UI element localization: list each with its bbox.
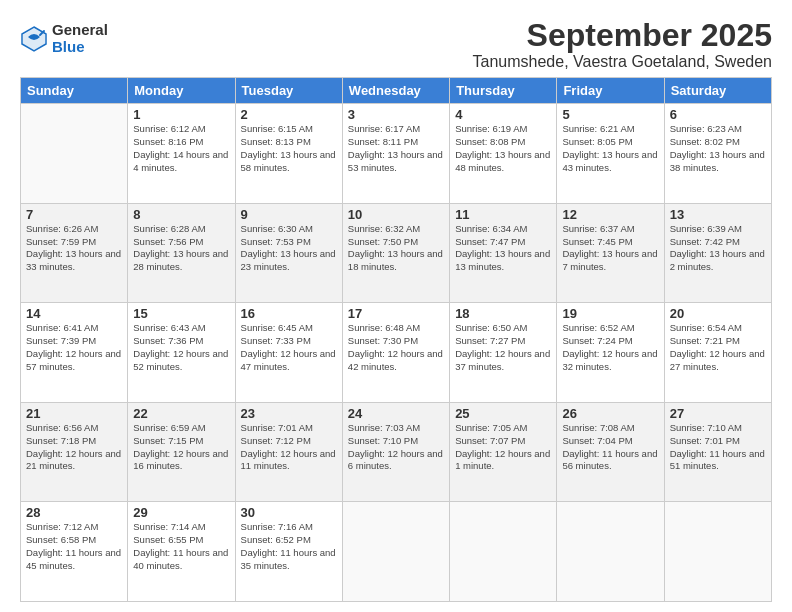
day-number: 30 — [241, 505, 337, 520]
day-number: 13 — [670, 207, 766, 222]
day-number: 2 — [241, 107, 337, 122]
header-tuesday: Tuesday — [235, 78, 342, 104]
table-row: 10Sunrise: 6:32 AM Sunset: 7:50 PM Dayli… — [342, 203, 449, 303]
day-number: 29 — [133, 505, 229, 520]
day-number: 12 — [562, 207, 658, 222]
day-number: 24 — [348, 406, 444, 421]
table-row: 6Sunrise: 6:23 AM Sunset: 8:02 PM Daylig… — [664, 104, 771, 204]
table-row: 12Sunrise: 6:37 AM Sunset: 7:45 PM Dayli… — [557, 203, 664, 303]
day-number: 15 — [133, 306, 229, 321]
logo-icon — [20, 25, 48, 53]
header-wednesday: Wednesday — [342, 78, 449, 104]
day-number: 9 — [241, 207, 337, 222]
table-row: 22Sunrise: 6:59 AM Sunset: 7:15 PM Dayli… — [128, 402, 235, 502]
table-row: 13Sunrise: 6:39 AM Sunset: 7:42 PM Dayli… — [664, 203, 771, 303]
logo-blue: Blue — [52, 39, 108, 56]
table-row: 9Sunrise: 6:30 AM Sunset: 7:53 PM Daylig… — [235, 203, 342, 303]
table-row: 16Sunrise: 6:45 AM Sunset: 7:33 PM Dayli… — [235, 303, 342, 403]
day-number: 17 — [348, 306, 444, 321]
table-row: 11Sunrise: 6:34 AM Sunset: 7:47 PM Dayli… — [450, 203, 557, 303]
day-info: Sunrise: 7:03 AM Sunset: 7:10 PM Dayligh… — [348, 422, 444, 473]
day-info: Sunrise: 6:30 AM Sunset: 7:53 PM Dayligh… — [241, 223, 337, 274]
calendar-week-row: 28Sunrise: 7:12 AM Sunset: 6:58 PM Dayli… — [21, 502, 772, 602]
month-title: September 2025 — [473, 18, 772, 53]
table-row — [342, 502, 449, 602]
page: General Blue September 2025 Tanumshede, … — [0, 0, 792, 612]
header-monday: Monday — [128, 78, 235, 104]
day-info: Sunrise: 6:54 AM Sunset: 7:21 PM Dayligh… — [670, 322, 766, 373]
day-info: Sunrise: 7:01 AM Sunset: 7:12 PM Dayligh… — [241, 422, 337, 473]
day-info: Sunrise: 7:05 AM Sunset: 7:07 PM Dayligh… — [455, 422, 551, 473]
day-number: 4 — [455, 107, 551, 122]
day-info: Sunrise: 6:23 AM Sunset: 8:02 PM Dayligh… — [670, 123, 766, 174]
table-row: 14Sunrise: 6:41 AM Sunset: 7:39 PM Dayli… — [21, 303, 128, 403]
day-info: Sunrise: 6:32 AM Sunset: 7:50 PM Dayligh… — [348, 223, 444, 274]
table-row: 5Sunrise: 6:21 AM Sunset: 8:05 PM Daylig… — [557, 104, 664, 204]
table-row: 26Sunrise: 7:08 AM Sunset: 7:04 PM Dayli… — [557, 402, 664, 502]
table-row: 3Sunrise: 6:17 AM Sunset: 8:11 PM Daylig… — [342, 104, 449, 204]
logo: General Blue — [20, 22, 108, 55]
day-number: 18 — [455, 306, 551, 321]
day-info: Sunrise: 6:21 AM Sunset: 8:05 PM Dayligh… — [562, 123, 658, 174]
table-row: 18Sunrise: 6:50 AM Sunset: 7:27 PM Dayli… — [450, 303, 557, 403]
day-number: 8 — [133, 207, 229, 222]
table-row: 30Sunrise: 7:16 AM Sunset: 6:52 PM Dayli… — [235, 502, 342, 602]
day-number: 14 — [26, 306, 122, 321]
day-info: Sunrise: 7:08 AM Sunset: 7:04 PM Dayligh… — [562, 422, 658, 473]
day-info: Sunrise: 6:28 AM Sunset: 7:56 PM Dayligh… — [133, 223, 229, 274]
header-sunday: Sunday — [21, 78, 128, 104]
day-info: Sunrise: 6:37 AM Sunset: 7:45 PM Dayligh… — [562, 223, 658, 274]
table-row: 1Sunrise: 6:12 AM Sunset: 8:16 PM Daylig… — [128, 104, 235, 204]
table-row: 21Sunrise: 6:56 AM Sunset: 7:18 PM Dayli… — [21, 402, 128, 502]
calendar-header-row: Sunday Monday Tuesday Wednesday Thursday… — [21, 78, 772, 104]
location-subtitle: Tanumshede, Vaestra Goetaland, Sweden — [473, 53, 772, 71]
table-row: 28Sunrise: 7:12 AM Sunset: 6:58 PM Dayli… — [21, 502, 128, 602]
day-info: Sunrise: 6:26 AM Sunset: 7:59 PM Dayligh… — [26, 223, 122, 274]
header: General Blue September 2025 Tanumshede, … — [20, 18, 772, 71]
calendar-table: Sunday Monday Tuesday Wednesday Thursday… — [20, 77, 772, 602]
table-row: 25Sunrise: 7:05 AM Sunset: 7:07 PM Dayli… — [450, 402, 557, 502]
day-number: 19 — [562, 306, 658, 321]
table-row — [664, 502, 771, 602]
day-info: Sunrise: 7:16 AM Sunset: 6:52 PM Dayligh… — [241, 521, 337, 572]
day-info: Sunrise: 6:45 AM Sunset: 7:33 PM Dayligh… — [241, 322, 337, 373]
day-info: Sunrise: 6:12 AM Sunset: 8:16 PM Dayligh… — [133, 123, 229, 174]
calendar-week-row: 7Sunrise: 6:26 AM Sunset: 7:59 PM Daylig… — [21, 203, 772, 303]
day-number: 3 — [348, 107, 444, 122]
day-info: Sunrise: 6:41 AM Sunset: 7:39 PM Dayligh… — [26, 322, 122, 373]
header-saturday: Saturday — [664, 78, 771, 104]
day-info: Sunrise: 6:50 AM Sunset: 7:27 PM Dayligh… — [455, 322, 551, 373]
calendar-week-row: 1Sunrise: 6:12 AM Sunset: 8:16 PM Daylig… — [21, 104, 772, 204]
calendar-week-row: 14Sunrise: 6:41 AM Sunset: 7:39 PM Dayli… — [21, 303, 772, 403]
table-row: 20Sunrise: 6:54 AM Sunset: 7:21 PM Dayli… — [664, 303, 771, 403]
day-number: 1 — [133, 107, 229, 122]
day-info: Sunrise: 7:14 AM Sunset: 6:55 PM Dayligh… — [133, 521, 229, 572]
table-row: 29Sunrise: 7:14 AM Sunset: 6:55 PM Dayli… — [128, 502, 235, 602]
table-row: 4Sunrise: 6:19 AM Sunset: 8:08 PM Daylig… — [450, 104, 557, 204]
logo-text: General Blue — [52, 22, 108, 55]
table-row: 27Sunrise: 7:10 AM Sunset: 7:01 PM Dayli… — [664, 402, 771, 502]
table-row: 7Sunrise: 6:26 AM Sunset: 7:59 PM Daylig… — [21, 203, 128, 303]
day-info: Sunrise: 6:52 AM Sunset: 7:24 PM Dayligh… — [562, 322, 658, 373]
day-number: 6 — [670, 107, 766, 122]
table-row: 2Sunrise: 6:15 AM Sunset: 8:13 PM Daylig… — [235, 104, 342, 204]
table-row — [450, 502, 557, 602]
table-row: 23Sunrise: 7:01 AM Sunset: 7:12 PM Dayli… — [235, 402, 342, 502]
day-number: 20 — [670, 306, 766, 321]
day-number: 27 — [670, 406, 766, 421]
table-row: 19Sunrise: 6:52 AM Sunset: 7:24 PM Dayli… — [557, 303, 664, 403]
day-info: Sunrise: 7:12 AM Sunset: 6:58 PM Dayligh… — [26, 521, 122, 572]
header-friday: Friday — [557, 78, 664, 104]
day-info: Sunrise: 6:56 AM Sunset: 7:18 PM Dayligh… — [26, 422, 122, 473]
title-block: September 2025 Tanumshede, Vaestra Goeta… — [473, 18, 772, 71]
table-row: 15Sunrise: 6:43 AM Sunset: 7:36 PM Dayli… — [128, 303, 235, 403]
table-row — [557, 502, 664, 602]
table-row: 24Sunrise: 7:03 AM Sunset: 7:10 PM Dayli… — [342, 402, 449, 502]
table-row — [21, 104, 128, 204]
day-info: Sunrise: 6:48 AM Sunset: 7:30 PM Dayligh… — [348, 322, 444, 373]
day-number: 16 — [241, 306, 337, 321]
day-number: 28 — [26, 505, 122, 520]
day-number: 22 — [133, 406, 229, 421]
day-number: 7 — [26, 207, 122, 222]
header-thursday: Thursday — [450, 78, 557, 104]
